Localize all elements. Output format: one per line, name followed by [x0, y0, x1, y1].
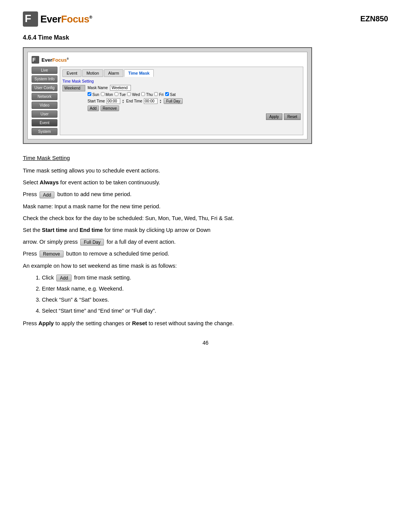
checkbox-tue[interactable] [115, 92, 118, 96]
mask-item-weekend[interactable]: Weekend [62, 85, 85, 91]
doc-remove-button[interactable]: Remove [40, 251, 64, 257]
start-time-bold: Start time [42, 227, 67, 233]
day-label-thu: Thu [141, 92, 153, 97]
day-label-wed: Wed [127, 92, 140, 97]
model-name: EZN850 [360, 11, 388, 23]
ui-container: F EverFocus® Live System Info User Confi… [24, 48, 311, 143]
ui-sidebar: Live System Info User Config Network Vid… [32, 67, 57, 135]
doc-list: Click Add from time mask setting. Enter … [42, 273, 388, 316]
full-day-button[interactable]: Full Day [164, 98, 183, 104]
apply-bold: Apply [38, 320, 54, 326]
logo-registered: ® [89, 15, 92, 19]
mask-name-label: Mask Name [88, 86, 108, 90]
end-time-bold: End time [80, 227, 103, 233]
page-header: F EverFocus® EZN850 [23, 11, 388, 27]
tab-timemask[interactable]: Time Mask [124, 69, 154, 77]
sidebar-btn-event[interactable]: Event [32, 119, 57, 126]
doc-para1: Time mask setting allows you to schedule… [23, 166, 388, 175]
ui-topbar: F EverFocus® [32, 56, 303, 64]
svg-text:F: F [32, 57, 36, 63]
doc-para4: Mask name: Input a mask name for the new… [23, 202, 388, 211]
add-remove-btns: Add Remove [88, 105, 301, 111]
sidebar-btn-network[interactable]: Network [32, 93, 57, 100]
checkbox-sat[interactable] [165, 92, 169, 96]
doc-para3: Press Add button to add new time period. [23, 190, 388, 199]
day-label-fri: Fri [154, 92, 163, 97]
reset-bold: Reset [132, 320, 147, 326]
logo-focus: Focus [61, 13, 89, 25]
tab-event[interactable]: Event [62, 69, 81, 77]
doc-fullday-button[interactable]: Full Day [80, 239, 104, 246]
ui-inner: F EverFocus® Live System Info User Confi… [27, 52, 307, 139]
mask-list-area: Weekend Mask Name Sun [62, 85, 301, 111]
checkbox-wed[interactable] [127, 92, 131, 96]
time-row: Start Time ▲ ▼ End Time ▲ ▼ [88, 98, 301, 104]
tab-motion[interactable]: Motion [82, 69, 103, 77]
list-item-3: Check “Sun” & “Sat” boxes. [42, 296, 388, 304]
doc-para3-pre: Press [23, 191, 37, 197]
doc-list-add-button[interactable]: Add [56, 275, 71, 281]
doc-para5: Check the check box for the day to be sc… [23, 214, 388, 223]
end-time-down[interactable]: ▼ [159, 101, 162, 104]
start-time-spinner: ▲ ▼ [122, 99, 124, 104]
logo-text: EverFocus® [40, 13, 92, 25]
start-time-input[interactable] [107, 98, 120, 104]
screenshot-box: F EverFocus® Live System Info User Confi… [23, 47, 312, 144]
day-label-sun: Sun [88, 92, 99, 97]
mask-settings: Mask Name Sun Mon Tue Wed Thu Fri [88, 85, 301, 111]
doc-para6: Set the Start time and End time for time… [23, 226, 388, 235]
day-label-sat: Sat [165, 92, 176, 97]
doc-para9: An example on how to set weekend as time… [23, 262, 388, 270]
doc-para8: Press Remove button to remove a schedule… [23, 249, 388, 258]
doc-para2: Select Always for event action to be tak… [23, 178, 388, 187]
sidebar-btn-user[interactable]: User [32, 110, 57, 118]
start-time-label: Start Time [88, 99, 105, 103]
sidebar-btn-userconfig[interactable]: User Config [32, 84, 57, 91]
svg-text:F: F [25, 13, 31, 24]
list-item-2: Enter Mask name, e.g. Weekend. [42, 284, 388, 293]
logo: F EverFocus® [23, 11, 92, 27]
everfocus-logo-icon: F [23, 11, 38, 27]
tab-bar: Event Motion Alarm Time Mask [62, 69, 301, 77]
page-number: 46 [23, 340, 388, 346]
end-time-label: End Time [126, 99, 142, 103]
reset-button[interactable]: Reset [284, 113, 301, 120]
ui-body: Live System Info User Config Network Vid… [32, 67, 303, 135]
doc-para10: Press Apply to apply the setting changes… [23, 319, 388, 328]
ui-logo-icon: F [32, 56, 39, 64]
apply-reset-row: Apply Reset [62, 113, 301, 120]
end-time-spinner: ▲ ▼ [159, 99, 162, 104]
doc-para3-post: button to add new time period. [57, 191, 132, 197]
tab-alarm[interactable]: Alarm [104, 69, 123, 77]
section-title: 4.6.4 Time Mask [23, 34, 388, 41]
mask-name-row: Mask Name [88, 85, 301, 91]
end-time-input[interactable] [144, 98, 158, 104]
doc-add-button[interactable]: Add [40, 192, 54, 198]
sidebar-btn-systeminfo[interactable]: System Info [32, 75, 57, 83]
ui-logo-text: EverFocus® [41, 57, 69, 63]
remove-button[interactable]: Remove [100, 105, 119, 111]
doc-section: Time Mask Setting Time mask setting allo… [23, 155, 388, 328]
ui-main: Event Motion Alarm Time Mask Time Mask S… [60, 67, 303, 135]
doc-para7: arrow. Or simply press Full Day for a fu… [23, 238, 388, 246]
day-label-tue: Tue [115, 92, 126, 97]
checkbox-thu[interactable] [141, 92, 145, 96]
mask-list-panel: Weekend [62, 85, 85, 111]
sidebar-btn-system[interactable]: System [32, 128, 57, 135]
mask-name-input[interactable] [110, 85, 131, 91]
doc-subsection-title: Time Mask Setting [23, 155, 388, 161]
start-time-down[interactable]: ▼ [122, 101, 124, 104]
always-bold: Always [40, 179, 59, 185]
checkbox-sun[interactable] [88, 92, 91, 96]
time-mask-setting-label: Time Mask Setting [62, 79, 301, 83]
checkbox-mon[interactable] [101, 92, 105, 96]
sidebar-btn-live[interactable]: Live [32, 67, 57, 74]
apply-button[interactable]: Apply [266, 113, 282, 120]
day-label-mon: Mon [101, 92, 113, 97]
checkbox-fri[interactable] [154, 92, 158, 96]
sidebar-btn-video[interactable]: Video [32, 102, 57, 109]
list-item-4: Select “Start time” and “End time” or “F… [42, 307, 388, 315]
list-item-1: Click Add from time mask setting. [42, 273, 388, 282]
days-row: Sun Mon Tue Wed Thu Fri Sat [88, 92, 301, 97]
add-button[interactable]: Add [88, 105, 99, 111]
